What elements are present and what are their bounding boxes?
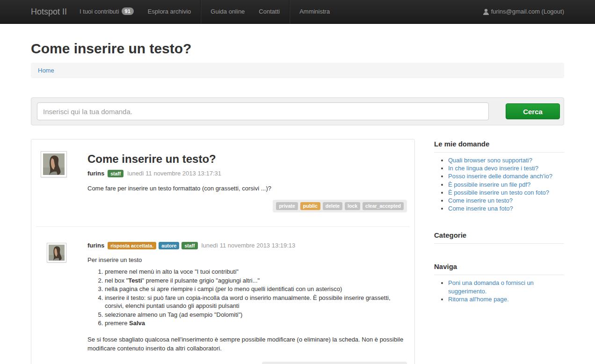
sidebar-section-my-questions: Le mie domande Quali browser sono suppor… bbox=[434, 140, 564, 212]
answer-avatar-column bbox=[31, 229, 87, 364]
answer-step: nella pagina che si apre riempire i camp… bbox=[105, 285, 407, 293]
question-tag-strip: privatepublicdeletelockclear_accepted bbox=[273, 200, 407, 212]
avatar-photo bbox=[49, 245, 65, 261]
question-body: Come fare per inserire un testo formatta… bbox=[87, 184, 407, 193]
sidebar-list-item: Quali browser sono supportati? bbox=[448, 156, 564, 164]
sidebar-link-possibile-inserire-un-file-pdf[interactable]: È possibile inserire un file pdf? bbox=[448, 181, 530, 188]
sidebar-list-item: Posso inserire delle domande anch'io? bbox=[448, 172, 564, 180]
answer-content: furins risposta accettata.autorestaff lu… bbox=[87, 229, 414, 364]
answer-step: premere nel menù in alto la voce "I tuoi… bbox=[105, 268, 407, 276]
answer-meta: furins risposta accettata.autorestaff lu… bbox=[87, 242, 407, 250]
sidebar-list-item: Come inserire una foto? bbox=[448, 204, 564, 212]
section-rule bbox=[434, 275, 564, 275]
user-account-link[interactable]: furins@gmail.com (Logout) bbox=[483, 0, 564, 23]
sidebar-section-categories: Categorie bbox=[434, 231, 564, 244]
answer-intro: Per inserire un testo bbox=[87, 256, 407, 263]
answer-author: furins bbox=[87, 242, 104, 249]
categories-title: Categorie bbox=[434, 231, 564, 239]
question-card: Come inserire un testo? furins staff lun… bbox=[31, 139, 415, 364]
navbar-item-guida-online[interactable]: Guida online bbox=[203, 0, 252, 23]
question-avatar-column bbox=[31, 139, 87, 212]
search-panel: Cerca bbox=[31, 97, 564, 125]
sidebar-link-come-inserire-una-foto[interactable]: Come inserire una foto? bbox=[448, 205, 513, 212]
navigate-list: Poni una domanda o fornisci un suggerime… bbox=[434, 279, 564, 303]
sidebar: Le mie domande Quali browser sono suppor… bbox=[434, 139, 564, 322]
tag-clear-accepted[interactable]: clear_accepted bbox=[363, 202, 404, 210]
navbar: Hotspot II I tuoi contributi91Esplora ar… bbox=[0, 0, 595, 24]
sidebar-list-item: È possibile inserire un testo con foto? bbox=[448, 189, 564, 197]
navbar-item-amministra[interactable]: Amministra bbox=[292, 0, 337, 23]
my-questions-list: Quali browser sono supportati?In che lin… bbox=[434, 156, 564, 212]
answer-step: selezionare almeno un Tag (ad esempio "D… bbox=[105, 311, 407, 319]
sidebar-list-item: In che lingua devo inserire i testi? bbox=[448, 164, 564, 172]
sidebar-link-ritorna-all-home-page[interactable]: Ritorna all'home page. bbox=[448, 296, 509, 303]
question-date: lunedì 11 novembre 2013 13:17:31 bbox=[127, 170, 221, 177]
navbar-menu: I tuoi contributi91Esplora archivioGuida… bbox=[73, 0, 337, 23]
navbar-item-i-tuoi-contributi[interactable]: I tuoi contributi91 bbox=[73, 0, 141, 23]
navbar-item-contatti[interactable]: Contatti bbox=[252, 0, 287, 23]
answer-step: nel box "Testi" premere il pulsante grig… bbox=[105, 277, 407, 285]
question-meta: furins staff lunedì 11 novembre 2013 13:… bbox=[87, 170, 407, 178]
sidebar-list-item: Poni una domanda o fornisci un suggerime… bbox=[448, 279, 564, 295]
brand-link[interactable]: Hotspot II bbox=[31, 0, 67, 23]
badge-risposta-accettata: risposta accettata. bbox=[108, 242, 156, 250]
sidebar-link-in-che-lingua-devo-inserire-i-testi[interactable]: In che lingua devo inserire i testi? bbox=[448, 165, 538, 172]
answer-outro: Se si fosse sbagliato qualcosa nell'inse… bbox=[87, 335, 407, 353]
question-avatar bbox=[41, 151, 67, 177]
breadcrumb-home-link[interactable]: Home bbox=[38, 67, 54, 74]
answer-steps: premere nel menù in alto la voce "I tuoi… bbox=[87, 268, 407, 328]
my-questions-title: Le mie domande bbox=[434, 140, 564, 148]
sidebar-link-posso-inserire-delle-domande-anch-io[interactable]: Posso inserire delle domande anch'io? bbox=[448, 173, 552, 180]
page-title: Come inserire un testo? bbox=[31, 41, 564, 57]
answer-step: premere Salva bbox=[105, 319, 407, 328]
tag-delete[interactable]: delete bbox=[323, 202, 342, 210]
badge-autore: autore bbox=[159, 242, 179, 250]
sidebar-link-come-inserire-un-testo[interactable]: Come inserire un testo? bbox=[448, 197, 513, 204]
sidebar-link-poni-una-domanda-o-fornisci-un-suggerimento[interactable]: Poni una domanda o fornisci un suggerime… bbox=[448, 279, 534, 294]
question-content: Come inserire un testo? furins staff lun… bbox=[87, 139, 414, 212]
answer-post: furins risposta accettata.autorestaff lu… bbox=[31, 229, 414, 364]
user-icon bbox=[483, 9, 489, 15]
answer-badges: risposta accettata.autorestaff bbox=[108, 242, 200, 250]
navbar-divider bbox=[200, 0, 201, 23]
question-author: furins bbox=[87, 170, 104, 177]
search-input[interactable] bbox=[37, 102, 489, 120]
section-rule bbox=[434, 152, 564, 153]
content-row: Come inserire un testo? furins staff lun… bbox=[31, 139, 564, 364]
tag-lock[interactable]: lock bbox=[345, 202, 360, 210]
user-email-label: furins@gmail.com (Logout) bbox=[491, 0, 564, 23]
question-title: Come inserire un testo? bbox=[87, 153, 407, 166]
section-rule bbox=[434, 243, 564, 244]
avatar-photo bbox=[43, 153, 65, 175]
answer-avatar bbox=[47, 243, 66, 262]
search-button[interactable]: Cerca bbox=[506, 103, 560, 119]
question-answer-divider bbox=[36, 226, 410, 227]
tag-public[interactable]: public bbox=[300, 202, 320, 210]
sidebar-link-possibile-inserire-un-testo-con-foto[interactable]: È possibile inserire un testo con foto? bbox=[448, 189, 549, 196]
navbar-item-esplora-archivio[interactable]: Esplora archivio bbox=[141, 0, 198, 23]
sidebar-list-item: Come inserire un testo? bbox=[448, 197, 564, 204]
question-badges: staff bbox=[108, 170, 126, 178]
badge-staff: staff bbox=[108, 170, 123, 178]
sidebar-link-quali-browser-sono-supportati[interactable]: Quali browser sono supportati? bbox=[448, 157, 532, 164]
badge-staff: staff bbox=[181, 242, 197, 250]
sidebar-list-item: È possibile inserire un file pdf? bbox=[448, 181, 564, 189]
page-container: Come inserire un testo? Home Cerca bbox=[31, 41, 564, 364]
navigate-title: Naviga bbox=[434, 262, 564, 270]
answer-step: inserire il testo: si può fare un copia-… bbox=[105, 294, 407, 310]
sidebar-section-navigate: Naviga Poni una domanda o fornisci un su… bbox=[434, 262, 564, 303]
question-post: Come inserire un testo? furins staff lun… bbox=[31, 139, 414, 212]
answer-date: lunedì 11 novembre 2013 13:19:13 bbox=[202, 242, 296, 249]
contributions-count-badge: 91 bbox=[122, 7, 134, 15]
navbar-divider bbox=[289, 0, 290, 23]
answer-tag-strip: internalinheritprivatepublicdeleteaccept bbox=[262, 362, 407, 364]
breadcrumb: Home bbox=[31, 63, 564, 78]
navbar-inner: Hotspot II I tuoi contributi91Esplora ar… bbox=[31, 0, 564, 23]
tag-private[interactable]: private bbox=[276, 202, 298, 210]
sidebar-list-item: Ritorna all'home page. bbox=[448, 295, 564, 303]
